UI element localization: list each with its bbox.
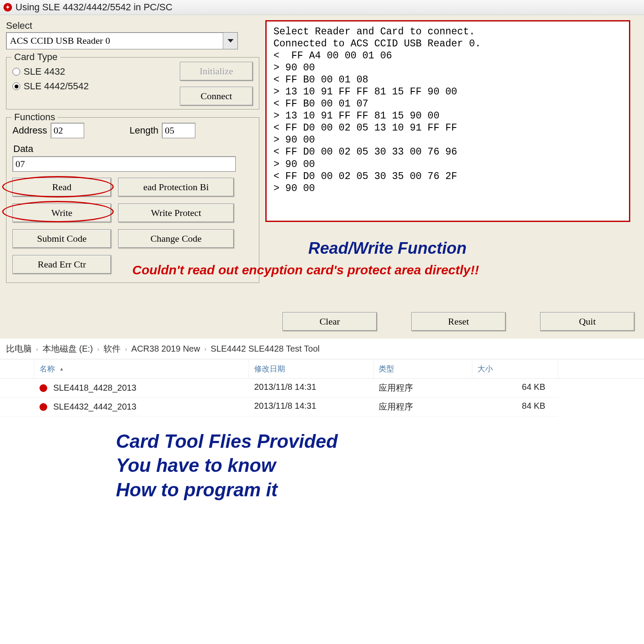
breadcrumb-item[interactable]: SLE4442 SLE4428 Test Tool [211, 344, 320, 354]
size-column-header[interactable]: 大小 [472, 359, 558, 378]
annotation-bottom: Card Tool Flies Provided You have to kno… [116, 429, 644, 502]
select-label: Select [6, 20, 259, 31]
reset-button[interactable]: Reset [411, 312, 506, 331]
card-type-group: Card Type SLE 4432 SLE 4442/5542 Initial… [6, 57, 259, 109]
type-column-header[interactable]: 类型 [374, 359, 472, 378]
checkbox-column-header[interactable] [0, 359, 34, 378]
functions-legend: Functions [12, 112, 58, 123]
address-input[interactable] [51, 123, 84, 138]
annotation-warning: Couldn't read out encyption card's prote… [132, 263, 639, 277]
date-column-header[interactable]: 修改日期 [249, 359, 374, 378]
annotation-line: Card Tool Flies Provided [116, 429, 644, 453]
file-type: 应用程序 [374, 379, 472, 398]
radio-sle4432[interactable]: SLE 4432 [12, 66, 170, 77]
radio-sle4432-label: SLE 4432 [24, 66, 65, 77]
sort-asc-icon: ▲ [59, 366, 64, 371]
data-label: Data [13, 143, 253, 155]
breadcrumb-item[interactable]: ACR38 2019 New [131, 344, 200, 354]
submit-code-button[interactable]: Submit Code [12, 229, 111, 248]
output-log[interactable]: Select Reader and Card to connect. Conne… [265, 20, 630, 222]
window-title: Using SLE 4432/4442/5542 in PC/SC [15, 2, 173, 13]
name-column-label: 名称 [39, 364, 55, 374]
file-date: 2013/11/8 14:31 [249, 379, 374, 398]
write-button[interactable]: Write [12, 204, 111, 222]
explorer-header: 名称 ▲ 修改日期 类型 大小 [0, 359, 644, 379]
bottom-buttons: Clear Reset Quit [265, 312, 638, 331]
file-row[interactable]: SLE4418_4428_2013 2013/11/8 14:31 应用程序 6… [0, 379, 644, 398]
length-label: Length [130, 125, 158, 136]
file-date: 2013/11/8 14:31 [249, 398, 374, 416]
file-row[interactable]: SLE4432_4442_2013 2013/11/8 14:31 应用程序 8… [0, 398, 644, 416]
annotation-line: How to program it [116, 478, 644, 502]
radio-icon [12, 82, 20, 90]
row-checkbox[interactable] [0, 379, 34, 398]
write-protect-button[interactable]: Write Protect [118, 204, 234, 222]
read-protection-bits-button[interactable]: ead Protection Bi [118, 178, 234, 197]
quit-button[interactable]: Quit [540, 312, 635, 331]
radio-icon [12, 68, 20, 76]
chevron-right-icon: › [204, 346, 207, 352]
chevron-right-icon: › [36, 346, 38, 352]
data-input[interactable] [12, 156, 236, 172]
reader-select-value: ACS CCID USB Reader 0 [6, 33, 223, 49]
initialize-button[interactable]: Initialize [180, 62, 253, 81]
file-name: SLE4418_4428_2013 [53, 383, 137, 393]
breadcrumb-item[interactable]: 本地磁盘 (E:) [43, 343, 93, 355]
file-size: 84 KB [472, 398, 558, 416]
reader-select[interactable]: ACS CCID USB Reader 0 [6, 32, 238, 49]
functions-group: Functions Address Length Data Read ead P… [6, 117, 259, 283]
left-pane: Select ACS CCID USB Reader 0 Card Type S… [6, 20, 259, 283]
titlebar: ✦ Using SLE 4432/4442/5542 in PC/SC [0, 0, 644, 15]
file-explorer: 比电脑 › 本地磁盘 (E:) › 软件 › ACR38 2019 New › … [0, 339, 644, 502]
radio-sle4442[interactable]: SLE 4442/5542 [12, 81, 170, 92]
main-dialog: Select ACS CCID USB Reader 0 Card Type S… [0, 15, 644, 339]
breadcrumb[interactable]: 比电脑 › 本地磁盘 (E:) › 软件 › ACR38 2019 New › … [0, 339, 644, 359]
read-button[interactable]: Read [12, 178, 111, 197]
change-code-button[interactable]: Change Code [118, 229, 234, 248]
row-checkbox[interactable] [0, 398, 34, 416]
annotation-readwrite: Read/Write Function [308, 239, 467, 258]
chevron-right-icon: › [125, 346, 127, 352]
read-err-ctr-button[interactable]: Read Err Ctr [12, 255, 111, 274]
annotation-line: You have to know [116, 453, 644, 477]
file-type: 应用程序 [374, 398, 472, 416]
file-size: 64 KB [472, 379, 558, 398]
file-name: SLE4432_4442_2013 [53, 402, 137, 412]
function-buttons-grid: Read ead Protection Bi Write Write Prote… [12, 178, 253, 276]
exe-file-icon [39, 384, 47, 392]
clear-button[interactable]: Clear [283, 312, 377, 331]
breadcrumb-item[interactable]: 软件 [103, 343, 121, 355]
name-column-header[interactable]: 名称 ▲ [34, 359, 249, 378]
right-pane: Select Reader and Card to connect. Conne… [265, 20, 638, 331]
app-icon: ✦ [3, 3, 12, 12]
chevron-right-icon: › [97, 346, 99, 352]
address-label: Address [12, 125, 47, 136]
card-type-legend: Card Type [12, 52, 60, 63]
dropdown-arrow-icon[interactable] [223, 33, 237, 49]
connect-button[interactable]: Connect [180, 87, 253, 106]
radio-sle4442-label: SLE 4442/5542 [24, 81, 89, 92]
length-input[interactable] [162, 123, 195, 138]
breadcrumb-item[interactable]: 比电脑 [6, 343, 32, 355]
exe-file-icon [39, 403, 47, 411]
